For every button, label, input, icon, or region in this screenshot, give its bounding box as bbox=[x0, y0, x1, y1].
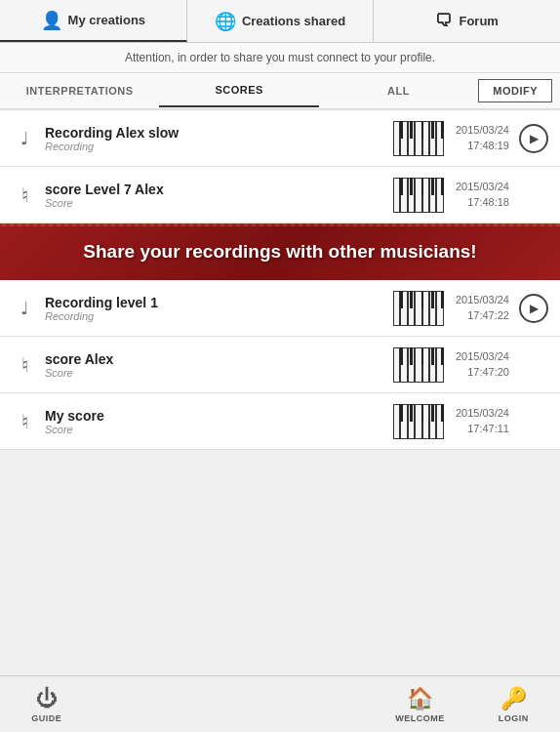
list-item: ♩ Recording Alex slow Recording 2015/03/… bbox=[0, 110, 560, 167]
tab-my-creations-label: My creations bbox=[68, 13, 145, 27]
top-navigation: 👤 My creations 🌐 Creations shared 🗨 Foru… bbox=[0, 0, 560, 43]
item-subtitle: Score bbox=[45, 424, 381, 435]
item-date: 2015/03/24 17:47:20 bbox=[456, 349, 509, 380]
tab-my-creations[interactable]: 👤 My creations bbox=[0, 0, 187, 42]
piano-thumbnail bbox=[393, 291, 444, 326]
score-icon: ♮ bbox=[12, 353, 37, 377]
bottom-tab-welcome[interactable]: 🏠 WELCOME bbox=[374, 686, 467, 723]
item-title: Recording level 1 bbox=[45, 295, 381, 310]
filter-interpretations[interactable]: INTERPRETATIONS bbox=[0, 75, 159, 106]
item-subtitle: Score bbox=[45, 197, 381, 209]
item-date: 2015/03/24 17:47:11 bbox=[456, 406, 509, 436]
item-text: My score Score bbox=[45, 408, 381, 435]
filter-all[interactable]: ALL bbox=[319, 75, 478, 106]
promo-text: Share your recordings with other musicia… bbox=[83, 241, 476, 262]
item-subtitle: Score bbox=[45, 367, 381, 379]
play-button[interactable]: ▶ bbox=[519, 294, 548, 323]
promo-banner: Share your recordings with other musicia… bbox=[0, 224, 560, 280]
score-icon: ♮ bbox=[12, 410, 37, 433]
note-icon: ♩ bbox=[12, 128, 37, 149]
list-item: ♮ score Alex Score 2015/03/24 17:47:20 bbox=[0, 337, 560, 393]
list-item: ♮ score Level 7 Alex Score 2015/03/24 17… bbox=[0, 167, 560, 224]
home-icon: 🏠 bbox=[407, 686, 433, 712]
item-text: Recording Alex slow Recording bbox=[45, 125, 381, 152]
user-icon: 👤 bbox=[41, 10, 62, 31]
item-title: score Alex bbox=[45, 351, 381, 367]
guide-label: GUIDE bbox=[31, 713, 61, 723]
item-title: My score bbox=[45, 408, 381, 424]
list-below-promo: ♩ Recording level 1 Recording 2015/03/24… bbox=[0, 280, 560, 450]
item-subtitle: Recording bbox=[45, 310, 381, 322]
list-item: ♩ Recording level 1 Recording 2015/03/24… bbox=[0, 280, 560, 337]
item-title: Recording Alex slow bbox=[45, 125, 381, 141]
bottom-tab-login[interactable]: 🔑 LOGIN bbox=[466, 686, 560, 723]
piano-thumbnail bbox=[393, 121, 444, 156]
list-item: ♮ My score Score 2015/03/24 17:47:11 bbox=[0, 393, 560, 450]
filter-tabs: INTERPRETATIONS SCORES ALL MODIFY bbox=[0, 73, 560, 110]
tab-forum-label: Forum bbox=[459, 14, 498, 28]
item-title: score Level 7 Alex bbox=[45, 182, 381, 197]
item-date: 2015/03/24 17:48:18 bbox=[456, 180, 509, 210]
piano-thumbnail bbox=[393, 178, 444, 213]
piano-thumbnail bbox=[393, 347, 444, 383]
tab-forum[interactable]: 🗨 Forum bbox=[374, 0, 560, 42]
piano-thumbnail bbox=[393, 404, 444, 439]
item-subtitle: Recording bbox=[45, 141, 381, 152]
item-date: 2015/03/24 17:48:19 bbox=[456, 123, 509, 153]
filter-scores[interactable]: SCORES bbox=[159, 74, 318, 107]
bottom-tab-guide[interactable]: ⏻ GUIDE bbox=[0, 686, 94, 723]
tab-creations-shared[interactable]: 🌐 Creations shared bbox=[187, 0, 375, 42]
item-text: Recording level 1 Recording bbox=[45, 295, 381, 322]
modify-button[interactable]: MODIFY bbox=[478, 79, 552, 102]
list-above-promo: ♩ Recording Alex slow Recording 2015/03/… bbox=[0, 110, 560, 224]
chat-icon: 🗨 bbox=[435, 11, 453, 31]
globe-icon: 🌐 bbox=[215, 11, 236, 32]
item-text: score Alex Score bbox=[45, 351, 381, 379]
note-icon: ♩ bbox=[12, 298, 37, 319]
attention-text: Attention, in order to share you must co… bbox=[125, 51, 435, 64]
attention-bar: Attention, in order to share you must co… bbox=[0, 43, 560, 73]
item-date: 2015/03/24 17:47:22 bbox=[456, 293, 509, 323]
bottom-navigation: ⏻ GUIDE 🏠 WELCOME 🔑 LOGIN bbox=[0, 675, 560, 732]
login-label: LOGIN bbox=[499, 713, 529, 723]
tab-creations-shared-label: Creations shared bbox=[242, 14, 345, 28]
score-icon: ♮ bbox=[12, 183, 37, 207]
welcome-label: WELCOME bbox=[395, 713, 445, 723]
play-button[interactable]: ▶ bbox=[519, 124, 548, 153]
item-text: score Level 7 Alex Score bbox=[45, 182, 381, 209]
key-icon: 🔑 bbox=[500, 686, 527, 712]
power-icon: ⏻ bbox=[36, 686, 58, 712]
